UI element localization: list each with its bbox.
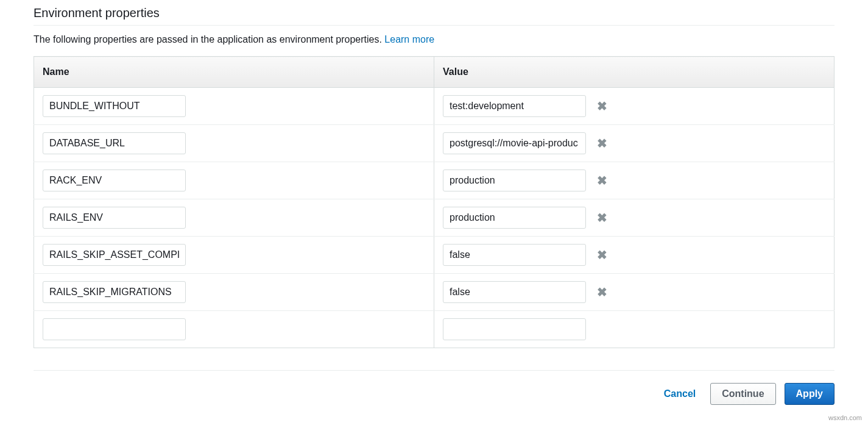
description-text: The following properties are passed in t… [34, 34, 384, 45]
property-value-input[interactable] [443, 207, 586, 229]
env-properties-table: Name Value ✖ ✖ [34, 56, 834, 348]
table-row: ✖ [34, 199, 834, 237]
property-value-input[interactable] [443, 132, 586, 154]
close-icon: ✖ [597, 249, 607, 261]
close-icon: ✖ [597, 174, 607, 187]
property-name-input[interactable] [43, 207, 186, 229]
close-icon: ✖ [597, 212, 607, 224]
table-row-empty [34, 311, 834, 348]
table-row: ✖ [34, 274, 834, 311]
remove-row-button[interactable]: ✖ [595, 137, 610, 149]
remove-row-button[interactable]: ✖ [595, 212, 610, 224]
section-description: The following properties are passed in t… [34, 26, 834, 56]
column-header-value: Value [434, 57, 834, 88]
property-name-input[interactable] [43, 170, 186, 191]
property-name-input[interactable] [43, 281, 186, 303]
property-name-input[interactable] [43, 244, 186, 266]
property-value-input[interactable] [443, 95, 586, 117]
property-name-input[interactable] [43, 132, 186, 154]
property-name-input[interactable] [43, 95, 186, 117]
property-value-input[interactable] [443, 281, 586, 303]
learn-more-link[interactable]: Learn more [384, 34, 434, 45]
remove-row-button[interactable]: ✖ [595, 100, 610, 112]
close-icon: ✖ [597, 137, 607, 149]
close-icon: ✖ [597, 100, 607, 112]
property-value-input[interactable] [443, 170, 586, 191]
remove-row-button[interactable]: ✖ [595, 286, 610, 298]
section-title: Environment properties [34, 0, 834, 26]
apply-button[interactable]: Apply [785, 383, 834, 405]
cancel-button[interactable]: Cancel [658, 384, 702, 404]
property-name-input-empty[interactable] [43, 318, 186, 340]
table-row: ✖ [34, 125, 834, 162]
property-value-input[interactable] [443, 244, 586, 266]
remove-row-button[interactable]: ✖ [595, 249, 610, 261]
watermark: wsxdn.com [828, 414, 862, 421]
table-row: ✖ [34, 237, 834, 274]
table-row: ✖ [34, 162, 834, 199]
footer-actions: Cancel Continue Apply [34, 370, 834, 423]
table-row: ✖ [34, 88, 834, 125]
close-icon: ✖ [597, 286, 607, 298]
remove-row-button[interactable]: ✖ [595, 174, 610, 187]
continue-button[interactable]: Continue [710, 383, 775, 405]
property-value-input-empty[interactable] [443, 318, 586, 340]
column-header-name: Name [34, 57, 434, 88]
